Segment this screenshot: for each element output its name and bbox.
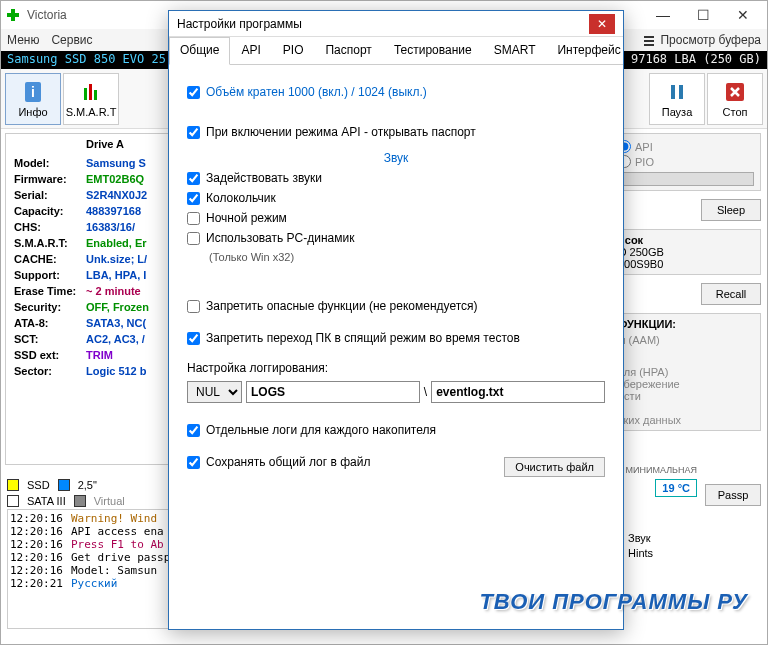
recall-button[interactable]: Recall (701, 283, 761, 305)
buffer-icon (642, 33, 656, 47)
temp-box: 19 °C (655, 479, 697, 497)
stop-icon (723, 80, 747, 104)
log-config-label: Настройка логгирования: (187, 361, 605, 375)
svg-rect-11 (679, 85, 683, 99)
maximize-button[interactable]: ☐ (683, 3, 723, 27)
svg-rect-4 (644, 44, 654, 46)
info-button[interactable]: i Инфо (5, 73, 61, 125)
save-common-checkbox[interactable] (187, 456, 200, 469)
close-button[interactable]: ✕ (723, 3, 763, 27)
dialog-tab-общие[interactable]: Общие (169, 37, 230, 65)
night-checkbox[interactable] (187, 212, 200, 225)
size-chip (58, 479, 70, 491)
svg-rect-9 (94, 90, 97, 100)
ssd-chip (7, 479, 19, 491)
svg-rect-3 (644, 40, 654, 42)
menu-service[interactable]: Сервис (51, 33, 92, 47)
dialog-close-button[interactable]: ✕ (589, 14, 615, 34)
progress-bar (618, 172, 754, 186)
smart-icon (79, 80, 103, 104)
log-file-input[interactable] (431, 381, 605, 403)
svg-text:i: i (31, 84, 35, 100)
dialog-tab-pio[interactable]: PIO (272, 37, 315, 64)
svg-rect-1 (7, 13, 19, 17)
drive-list[interactable]: исок O 250GB 000S9B0 (611, 229, 761, 275)
functions-panel: ФУНКЦИИ: м (AAM) еля (HPA) сбережение ос… (611, 313, 761, 431)
dialog-tab-smart[interactable]: SMART (483, 37, 547, 64)
smart-button[interactable]: S.M.A.R.T (63, 73, 119, 125)
separate-logs-checkbox[interactable] (187, 424, 200, 437)
api-passport-checkbox[interactable] (187, 126, 200, 139)
pause-button[interactable]: Пауза (649, 73, 705, 125)
svg-rect-10 (671, 85, 675, 99)
clear-file-button[interactable]: Очистить файл (504, 457, 605, 477)
svg-rect-7 (84, 88, 87, 100)
dialog-title: Настройки программы (177, 17, 589, 31)
speaker-checkbox[interactable] (187, 232, 200, 245)
svg-rect-2 (644, 36, 654, 38)
dialog-tab-api[interactable]: API (230, 37, 271, 64)
drive-name: Samsung SSD 850 EVO 25 (7, 52, 166, 68)
danger-checkbox[interactable] (187, 300, 200, 313)
pause-icon (665, 80, 689, 104)
sata-chip (7, 495, 19, 507)
sound-section: Звук (187, 151, 605, 165)
dialog-tab-тестирование[interactable]: Тестирование (383, 37, 483, 64)
app-icon (5, 7, 21, 23)
dialog-tab-паспорт[interactable]: Паспорт (314, 37, 382, 64)
log-dir-input[interactable] (246, 381, 420, 403)
menu-viewbuffer[interactable]: Просмотр буфера (660, 33, 761, 47)
dialog-titlebar: Настройки программы ✕ (169, 11, 623, 37)
passp-button[interactable]: Passp (705, 484, 761, 506)
minimize-button[interactable]: — (643, 3, 683, 27)
nosleep-checkbox[interactable] (187, 332, 200, 345)
dialog-tab-интерфейс[interactable]: Интерфейс (546, 37, 631, 64)
virtual-chip (74, 495, 86, 507)
volume-checkbox[interactable] (187, 86, 200, 99)
status-row: SSD 2,5" (7, 479, 105, 491)
info-icon: i (21, 80, 45, 104)
sleep-button[interactable]: Sleep (701, 199, 761, 221)
temp-label: МИНИМАЛЬНАЯ (626, 465, 697, 475)
dialog-tabs: ОбщиеAPIPIOПаспортТестированиеSMARTИнтер… (169, 37, 623, 65)
sounds-checkbox[interactable] (187, 172, 200, 185)
api-pio-panel: API PIO (611, 133, 761, 191)
menu-menu[interactable]: Меню (7, 33, 39, 47)
stop-button[interactable]: Стоп (707, 73, 763, 125)
drive-lba: 97168 LBA (250 GB) (631, 52, 761, 68)
log-drive-select[interactable]: NUL (187, 381, 242, 403)
settings-dialog: Настройки программы ✕ ОбщиеAPIPIOПаспорт… (168, 10, 624, 630)
right-checks: Звук Hints (611, 529, 761, 561)
bell-checkbox[interactable] (187, 192, 200, 205)
svg-rect-8 (89, 84, 92, 100)
